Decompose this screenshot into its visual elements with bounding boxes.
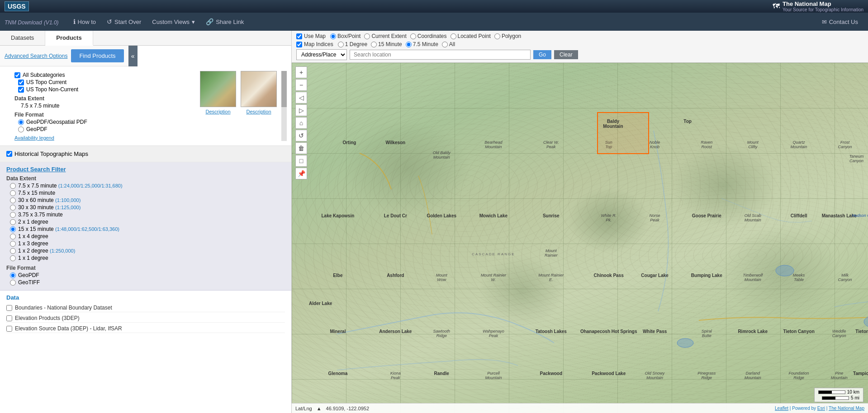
latlng-label: Lat/Lng (295, 406, 312, 411)
tnm-attribution-link[interactable]: The National Map (829, 406, 864, 411)
us-topo-current-checkbox[interactable] (18, 80, 24, 85)
extent-label-5: 2 x 1 degree (18, 219, 48, 225)
advanced-search-link[interactable]: Advanced Search Options (5, 53, 67, 59)
extent-radio-7[interactable] (10, 234, 16, 239)
map-container[interactable]: + − ◁ ▷ ⌂ ↺ 🗑 □ 📌 BaldyMountain Top Orti… (292, 63, 868, 413)
map-control-row-1: Use Map Box/Point Current Extent Coordin… (296, 33, 863, 39)
right-panel: Use Map Box/Point Current Extent Coordin… (292, 31, 868, 413)
use-map-checkbox[interactable] (296, 33, 302, 39)
leaflet-link[interactable]: Leaflet (775, 406, 788, 411)
tab-products[interactable]: Products (45, 31, 93, 46)
map-control-row-2: Map Indices 1 Degree 15 Minute 7.5 Minut… (296, 41, 863, 47)
zoom-in-button[interactable]: + (295, 66, 307, 78)
chevron-down-icon: ▾ (192, 19, 195, 25)
coordinates-option: Coordinates (410, 33, 447, 39)
extent-radio-8[interactable] (10, 241, 16, 247)
thumb-description-1[interactable]: Description (205, 109, 230, 114)
use-map-label: Use Map (296, 33, 326, 39)
start-over-button[interactable]: ↺ Start Over (101, 15, 147, 28)
all-subcategories-checkbox[interactable] (14, 72, 20, 78)
contact-us-button[interactable]: ✉ Contact Us (816, 16, 863, 28)
refresh-button[interactable]: ↺ (295, 130, 307, 141)
extent-radio-4[interactable] (10, 212, 16, 218)
go-button[interactable]: Go (533, 50, 551, 59)
extent-radio-5[interactable] (10, 219, 16, 225)
tab-datasets[interactable]: Datasets (0, 31, 45, 45)
fifteen-minute-option: 15 Minute (371, 41, 402, 47)
thumb-description-2[interactable]: Description (246, 109, 271, 114)
thumb-2: Description (241, 71, 277, 114)
square-button[interactable]: □ (295, 155, 307, 167)
tnm-logo-icon: 🗺 (773, 2, 780, 10)
data-item-1: Elevation Products (3DEP) (6, 314, 285, 323)
format-radio-0[interactable] (10, 272, 16, 278)
collapse-panel-button[interactable]: « (128, 46, 138, 66)
format-label-0: GeoPDF (18, 272, 39, 278)
historical-topo-checkbox[interactable] (6, 151, 12, 157)
scrollbar-thumb[interactable] (281, 71, 287, 107)
current-extent-option: Current Extent (364, 33, 406, 39)
subcategories-section: All Subcategories US Topo Current US Top… (14, 71, 195, 141)
format-radio-1[interactable] (10, 280, 16, 286)
geopdf-geospatial-radio[interactable] (18, 119, 24, 125)
extent-radio-2[interactable] (10, 197, 16, 203)
scale-km: 10 km (847, 390, 859, 394)
tnm-subtitle: Your Source for Topographic Information (783, 7, 863, 12)
share-link-button[interactable]: 🔗 Share Link (200, 15, 249, 28)
data-item-0: Boundaries - National Boundary Dataset (6, 304, 285, 312)
availability-legend-link[interactable]: Availability legend (14, 135, 54, 141)
envelope-icon: ✉ (822, 19, 827, 25)
use-map-text: Use Map (304, 33, 326, 39)
extent-radio-6[interactable] (10, 226, 16, 232)
scrollbar-area (281, 71, 287, 141)
geopdf-radio[interactable] (18, 127, 24, 132)
find-products-button[interactable]: Find Products (71, 49, 123, 62)
data-item-checkbox-2[interactable] (6, 326, 12, 332)
data-section-title: Data (6, 294, 285, 301)
forward-button[interactable]: ▷ (295, 104, 307, 116)
zoom-out-button[interactable]: − (295, 79, 307, 91)
map-indices-checkbox[interactable] (296, 42, 302, 47)
format-options: GeoPDFGeoTIFF (6, 272, 285, 286)
product-data-extent-title: Data Extent (6, 175, 285, 182)
product-search-title[interactable]: Product Search Filter (6, 166, 285, 173)
tabs: Datasets Products (0, 31, 291, 46)
extent-radio-0[interactable] (10, 183, 16, 189)
extent-option-0: 7.5 x 7.5 minute (1:24,000/1:25,000/1:31… (10, 183, 285, 189)
tnm-title: The National Map (783, 0, 863, 7)
extent-radio-9[interactable] (10, 248, 16, 254)
esri-link[interactable]: Esri (817, 406, 825, 411)
left-panel: Datasets Products Advanced Search Option… (0, 31, 292, 413)
data-item-checkbox-0[interactable] (6, 305, 12, 311)
extent-label-4: 3.75 x 3.75 minute (18, 211, 63, 218)
app-title-text: TNM Download (5, 19, 42, 26)
extent-label-9: 1 x 2 degree (1:250,000) (18, 248, 75, 254)
map-toolbar: + − ◁ ▷ ⌂ ↺ 🗑 □ 📌 (295, 66, 307, 179)
extent-radio-10[interactable] (10, 255, 16, 261)
delete-button[interactable]: 🗑 (295, 142, 307, 154)
extent-radio-1[interactable] (10, 190, 16, 196)
clear-button[interactable]: Clear (554, 50, 578, 59)
link-icon: 🔗 (206, 18, 213, 25)
back-button[interactable]: ◁ (295, 92, 307, 103)
custom-views-button[interactable]: Custom Views ▾ (147, 16, 200, 28)
extent-options: 7.5 x 7.5 minute (1:24,000/1:25,000/1:31… (6, 183, 285, 261)
scale-bar: 10 km 5 mi (814, 388, 863, 402)
home-button[interactable]: ⌂ (295, 117, 307, 129)
extent-label-1: 7.5 x 15 minute (18, 190, 55, 196)
left-content[interactable]: All Subcategories US Topo Current US Top… (0, 66, 291, 413)
search-bar-container: Advanced Search Options Find Products « (0, 46, 291, 66)
coords-bar: Lat/Lng ▲ 46.9109, -122.0952 Leaflet | P… (292, 403, 868, 413)
extent-radio-3[interactable] (10, 205, 16, 211)
how-to-button[interactable]: ℹ How to (68, 15, 101, 28)
address-type-select[interactable]: Address/Place Coordinates (296, 49, 347, 60)
us-topo-non-current-checkbox[interactable] (18, 87, 24, 93)
address-input[interactable] (350, 50, 531, 60)
data-item-checkbox-1[interactable] (6, 315, 12, 321)
tnm-logo: 🗺 The National Map Your Source for Topog… (773, 0, 863, 12)
index-option-group: 1 Degree 15 Minute 7.5 Minute All (338, 41, 455, 47)
extent-option-7: 1 x 4 degree (10, 233, 285, 239)
navbar: TNM Download (V1.0) ℹ How to ↺ Start Ove… (0, 13, 868, 31)
pin-button[interactable]: 📌 (295, 168, 307, 179)
extent-option-5: 2 x 1 degree (10, 219, 285, 225)
